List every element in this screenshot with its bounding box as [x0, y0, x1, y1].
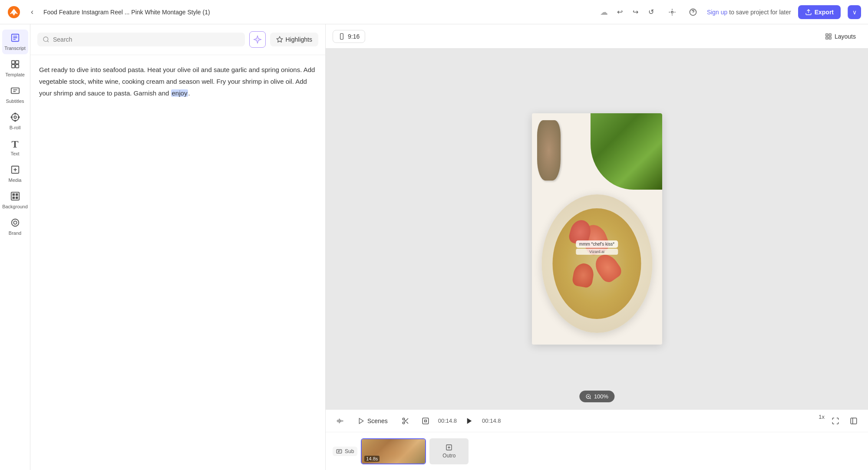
overlay-main-text: mmm *chef's kiss*: [576, 240, 618, 248]
shrimp-4: [572, 262, 596, 289]
svg-rect-21: [13, 197, 14, 199]
cloud-save-icon: ☁: [600, 7, 608, 17]
clip-duration: 14.8s: [364, 456, 380, 462]
sidebar-item-transcript[interactable]: Transcript: [2, 30, 28, 54]
sidebar: Transcript Template Subtitles B-roll T T…: [0, 24, 30, 470]
layouts-icon: [825, 33, 832, 40]
sidebar-item-b-roll[interactable]: B-roll: [2, 109, 28, 134]
svg-rect-8: [11, 88, 19, 94]
sidebar-item-background[interactable]: Background: [2, 188, 28, 213]
svg-rect-5: [15, 61, 18, 64]
zoom-badge[interactable]: 100%: [579, 391, 614, 402]
svg-rect-6: [11, 65, 14, 68]
sidebar-label-transcript: Transcript: [4, 46, 26, 51]
background-icon: [10, 191, 20, 202]
svg-point-9: [11, 114, 19, 121]
export-button[interactable]: Export: [798, 5, 841, 19]
search-icon: [43, 36, 50, 43]
search-input[interactable]: [53, 36, 240, 43]
cut-icon: [402, 417, 409, 425]
sidebar-label-subtitles: Subtitles: [6, 99, 24, 104]
timeline-right-controls: 1x: [818, 414, 861, 428]
reset-button[interactable]: ↺: [644, 5, 658, 19]
main-layout: Transcript Template Subtitles B-roll T T…: [0, 24, 868, 470]
svg-line-39: [404, 420, 406, 421]
sidebar-item-subtitles[interactable]: Subtitles: [2, 82, 28, 107]
fullscreen-button[interactable]: [828, 414, 843, 428]
undo-button[interactable]: ↩: [613, 5, 627, 19]
content-panel: Highlights Get ready to dive into seafoo…: [30, 24, 326, 470]
cut-button[interactable]: [398, 414, 413, 428]
signup-prompt: Sign up to save project for later: [707, 9, 791, 16]
topbar-actions: ↩ ↪ ↺ Sign up to save project for later …: [613, 5, 861, 19]
svg-point-23: [11, 219, 19, 227]
svg-rect-40: [422, 418, 429, 424]
waveform-button[interactable]: [333, 414, 347, 428]
mobile-icon: [338, 33, 345, 40]
track-label-text: Sub: [345, 448, 354, 454]
template-icon: [10, 59, 20, 70]
project-title: Food Feature Instagram Reel ... Pink Whi…: [43, 9, 595, 16]
sidebar-label-background: Background: [2, 204, 28, 209]
sidebar-item-media[interactable]: Media: [2, 161, 28, 186]
highlights-icon: [276, 36, 283, 43]
play-icon: [465, 417, 473, 425]
svg-rect-27: [826, 34, 828, 36]
help-button[interactable]: [686, 5, 700, 19]
svg-rect-29: [826, 37, 828, 39]
timeline: Scenes 00:14.8 00:14.8 1x: [326, 409, 868, 470]
preview-toolbar: 9:16 Layouts: [326, 24, 868, 49]
transcript-icon: [10, 33, 20, 44]
speed-label[interactable]: 1x: [818, 414, 825, 428]
scenes-button[interactable]: Scenes: [353, 415, 393, 427]
timeline-controls: Scenes 00:14.8 00:14.8 1x: [326, 410, 868, 432]
search-box: [37, 33, 245, 46]
content-header: Highlights: [30, 24, 325, 55]
video-clip[interactable]: 14.8s: [361, 438, 426, 464]
play-button[interactable]: [462, 414, 477, 428]
svg-point-10: [14, 116, 17, 118]
transcript-panel: Get ready to dive into seafood pasta. He…: [30, 55, 325, 470]
svg-point-24: [13, 221, 17, 224]
layouts-button[interactable]: Layouts: [820, 30, 861, 43]
svg-rect-4: [11, 61, 14, 64]
svg-point-25: [43, 37, 48, 42]
collapse-button[interactable]: [846, 414, 861, 428]
shrimp-3: [591, 250, 624, 285]
svg-point-11: [14, 113, 16, 114]
highlights-button[interactable]: Highlights: [270, 33, 318, 46]
signup-link[interactable]: Sign up: [707, 9, 727, 16]
text-icon: T: [11, 139, 18, 149]
sidebar-item-text[interactable]: T Text: [2, 135, 28, 160]
svg-point-14: [18, 117, 19, 118]
fullscreen-icon: [832, 417, 839, 425]
preview-main: mmm *chef's kiss* Vizard.ai 100%: [326, 49, 868, 409]
zoom-label: 100%: [594, 393, 608, 400]
subtitle-track-icon: [336, 448, 342, 454]
scenes-label: Scenes: [367, 417, 388, 424]
svg-marker-34: [359, 418, 363, 424]
ai-button[interactable]: [249, 31, 266, 48]
sidebar-item-template[interactable]: Template: [2, 56, 28, 81]
redo-button[interactable]: ↪: [629, 5, 643, 19]
back-button[interactable]: ‹: [26, 6, 38, 18]
svg-rect-7: [15, 65, 18, 68]
sidebar-label-media: Media: [9, 177, 22, 183]
sidebar-label-brand: Brand: [9, 230, 21, 236]
aspect-ratio-button[interactable]: 9:16: [333, 30, 365, 43]
timeline-track: Sub 14.8s Outro: [326, 432, 868, 470]
svg-point-35: [403, 418, 405, 420]
brand-icon: [10, 218, 20, 229]
svg-rect-19: [13, 194, 14, 196]
pin-button[interactable]: [665, 5, 679, 19]
svg-point-36: [403, 422, 405, 424]
export-dropdown-button[interactable]: ∨: [848, 5, 861, 19]
video-frame: mmm *chef's kiss* Vizard.ai: [532, 113, 662, 345]
outro-label: Outro: [442, 453, 455, 459]
svg-rect-22: [16, 197, 17, 199]
garnish-bg: [591, 113, 662, 190]
capture-button[interactable]: [418, 414, 433, 428]
sparkle-icon: [253, 35, 262, 44]
outro-clip[interactable]: Outro: [429, 438, 469, 464]
sidebar-item-brand[interactable]: Brand: [2, 214, 28, 239]
